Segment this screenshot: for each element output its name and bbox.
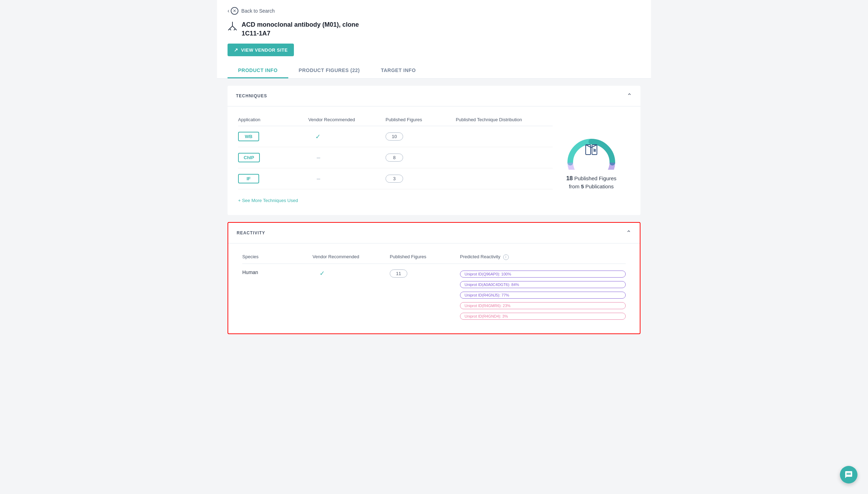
predicted-reactivity-info-icon[interactable]: i (503, 254, 509, 260)
table-row: IF – 3 (238, 168, 553, 189)
technique-wb-badge: WB (238, 132, 259, 141)
reactivity-title: REACTIVITY (237, 230, 265, 235)
chart-publications-label: Publications (585, 183, 614, 189)
techniques-title: TECHNIQUES (236, 93, 267, 98)
svg-line-6 (235, 29, 237, 30)
techniques-section: TECHNIQUES ⌃ Application Vendor Recommen… (228, 86, 640, 215)
human-vendor-recommended: ✓ (313, 269, 390, 277)
techniques-collapse-icon[interactable]: ⌃ (627, 92, 632, 100)
vendor-not-recommended-chip: – (317, 154, 320, 161)
technique-distribution-chart: 18 Published Figures from 5 Publications (553, 113, 630, 212)
techniques-table-header: Application Vendor Recommended Published… (238, 113, 553, 126)
technique-if-badge: IF (238, 174, 259, 183)
vendor-not-recommended-if: – (317, 175, 320, 182)
back-label: Back to Search (241, 8, 275, 14)
species-human: Human (242, 269, 313, 275)
svg-rect-11 (594, 149, 596, 152)
x-circle-icon: ✕ (231, 7, 238, 15)
product-name: ACD monoclonal antibody (M01), clone 1C1… (242, 20, 359, 38)
product-tabs: PRODUCT INFO PRODUCT FIGURES (22) TARGET… (228, 63, 640, 78)
uniprot-badge: Uniprot ID(R4GNJ5): 77% (460, 292, 626, 299)
reactivity-table-header: Species Vendor Recommended Published Fig… (242, 251, 626, 264)
table-row: ChIP – 8 (238, 147, 553, 168)
view-vendor-button[interactable]: ↗ VIEW VENDOR SITE (228, 44, 294, 56)
chart-total-pubs: 5 (581, 183, 584, 189)
uniprot-badge: Uniprot ID(R4GMR6): 23% (460, 302, 626, 309)
chart-published-label: Published Figures (574, 175, 617, 181)
figure-badge-chip: 8 (386, 154, 403, 162)
svg-line-2 (232, 26, 235, 29)
vendor-recommended-check-wb: ✓ (315, 133, 321, 140)
table-row: WB ✓ 10 (238, 126, 553, 147)
uniprot-badge: Uniprot ID(Q96AP0): 100% (460, 271, 626, 278)
chart-from-label: from (569, 183, 581, 189)
reactivity-table: Species Vendor Recommended Published Fig… (228, 243, 640, 333)
tab-product-figures[interactable]: PRODUCT FIGURES (22) (288, 63, 370, 78)
chat-bubble-button[interactable] (840, 466, 857, 483)
chart-summary-label: 18 Published Figures from 5 Publications (566, 174, 616, 191)
reactivity-collapse-icon[interactable]: ⌃ (626, 229, 631, 237)
human-predicted-reactivity: Uniprot ID(Q96AP0): 100% Uniprot ID(A0A0… (460, 269, 626, 321)
technique-chip-badge: ChIP (238, 153, 260, 162)
uniprot-badge: Uniprot ID(A0A0C4DGT6): 84% (460, 281, 626, 288)
external-link-icon: ↗ (234, 47, 238, 53)
uniprot-badge: Uniprot ID(R4GND4): 3% (460, 313, 626, 320)
chart-total-figures: 18 (566, 175, 573, 182)
tab-target-info[interactable]: TARGET INFO (370, 63, 426, 78)
svg-line-4 (230, 29, 231, 30)
table-row: Human ✓ 11 Uniprot ID(Q96AP0): 100% Unip… (242, 264, 626, 326)
human-published-figures: 11 (390, 269, 460, 278)
see-more-techniques-link[interactable]: + See More Techniques Used (238, 194, 298, 207)
antibody-icon (228, 21, 237, 33)
reactivity-section: REACTIVITY ⌃ Species Vendor Recommended … (228, 222, 640, 334)
back-arrow-icon: ‹ ✕ (228, 7, 238, 15)
tab-product-info[interactable]: PRODUCT INFO (228, 63, 288, 78)
figure-badge-wb: 10 (386, 132, 403, 141)
back-to-search-link[interactable]: ‹ ✕ Back to Search (228, 7, 640, 15)
svg-line-1 (230, 26, 232, 29)
figure-badge-if: 3 (386, 175, 403, 183)
